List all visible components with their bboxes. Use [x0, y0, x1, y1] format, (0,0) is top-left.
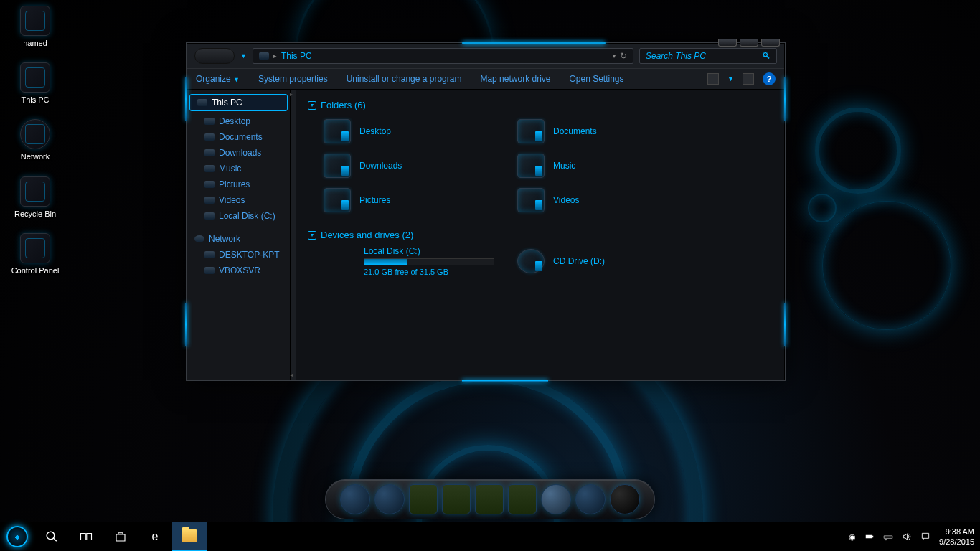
- computer-icon: [204, 267, 215, 274]
- nav-back-forward[interactable]: [194, 48, 235, 64]
- drive-local-disk-c[interactable]: Local Disk (C:) 21.0 GB free of 31.5 GB: [321, 246, 500, 276]
- folder-icon: [517, 119, 545, 143]
- dock-planet-icon[interactable]: [340, 484, 370, 514]
- dock-app-icon[interactable]: [374, 484, 405, 514]
- control-panel-icon: [20, 233, 50, 263]
- drive-free-space: 21.0 GB free of 31.5 GB: [364, 268, 494, 276]
- folder-music[interactable]: Music: [514, 151, 694, 181]
- desktop-icon-user-folder[interactable]: hamed: [9, 6, 62, 48]
- network-icon: [20, 119, 50, 149]
- nav-local-disk[interactable]: Local Disk (C:): [187, 208, 290, 224]
- desktop-icon-recycle-bin[interactable]: Recycle Bin: [9, 176, 62, 219]
- nav-documents[interactable]: Documents: [187, 129, 290, 145]
- folder-videos[interactable]: Videos: [514, 185, 694, 215]
- help-icon[interactable]: ?: [763, 72, 776, 85]
- computer-icon: [259, 52, 269, 60]
- dock-weather-widget[interactable]: [409, 484, 438, 514]
- close-button[interactable]: [761, 39, 780, 47]
- dock-clock-widget[interactable]: [541, 484, 571, 514]
- desktop-icon-network[interactable]: Network: [9, 119, 62, 161]
- minimize-button[interactable]: [718, 39, 737, 47]
- dock-gpu-widget[interactable]: [508, 484, 537, 514]
- computer-icon: [204, 251, 215, 258]
- item-label: Desktop: [359, 126, 391, 136]
- task-view-button[interactable]: [69, 522, 103, 551]
- search-box[interactable]: Search This PC 🔍︎: [639, 48, 777, 64]
- icon-label: Network: [21, 152, 50, 161]
- drive-cd-d[interactable]: CD Drive (D:): [514, 246, 694, 276]
- file-explorer-task[interactable]: [172, 522, 207, 551]
- history-dropdown-icon[interactable]: ▼: [240, 52, 247, 60]
- edge-icon: e: [152, 530, 159, 543]
- desktop-icon-control-panel[interactable]: Control Panel: [9, 233, 62, 276]
- dock-alien-dark-icon[interactable]: [610, 484, 640, 514]
- start-button[interactable]: [0, 522, 34, 551]
- icon-label: hamed: [23, 39, 47, 48]
- folder-pictures[interactable]: Pictures: [321, 185, 500, 215]
- nav-network-computer[interactable]: DESKTOP-KPT: [187, 247, 290, 263]
- folder-desktop[interactable]: Desktop: [321, 116, 500, 146]
- folder-icon: [204, 133, 215, 141]
- taskbar-clock[interactable]: 9:38 AM 9/28/2015: [939, 527, 974, 547]
- search-icon[interactable]: 🔍︎: [762, 51, 771, 61]
- drives-group-header[interactable]: Devices and drives (2): [308, 227, 773, 246]
- search-button[interactable]: [34, 522, 69, 551]
- nav-pictures[interactable]: Pictures: [187, 176, 290, 192]
- folder-downloads[interactable]: Downloads: [321, 151, 500, 181]
- nav-desktop[interactable]: Desktop: [187, 113, 290, 129]
- action-center-icon[interactable]: [920, 532, 930, 542]
- computer-icon: [20, 62, 50, 93]
- folders-group-header[interactable]: Folders (6): [308, 97, 773, 116]
- volume-icon[interactable]: [902, 532, 912, 542]
- folder-icon: [204, 118, 215, 125]
- nav-network-computer[interactable]: VBOXSVR: [187, 263, 290, 278]
- command-bar: Organize ▼ System properties Uninstall o…: [187, 68, 784, 90]
- view-options-icon[interactable]: [707, 73, 719, 85]
- edge-button[interactable]: e: [138, 522, 172, 551]
- address-text: This PC: [281, 51, 312, 61]
- pane-splitter[interactable]: [291, 90, 296, 380]
- search-icon: [45, 530, 58, 543]
- folder-icon: [324, 154, 351, 178]
- chevron-down-icon: ▼: [233, 76, 240, 83]
- titlebar[interactable]: ▼ ▸ This PC ▾ ↻ Search This PC 🔍︎: [187, 44, 784, 68]
- folder-documents[interactable]: Documents: [514, 116, 694, 146]
- folder-icon: [517, 188, 545, 212]
- store-button[interactable]: [103, 522, 138, 551]
- refresh-icon[interactable]: ↻: [620, 51, 627, 61]
- taskbar: e ◉ 9:38 AM 9/28/2015: [0, 522, 980, 551]
- network-icon: [194, 235, 204, 242]
- clock-time: 9:38 AM: [939, 527, 974, 537]
- chevron-down-icon[interactable]: ▾: [613, 53, 616, 60]
- dock-cpu-widget[interactable]: [442, 484, 471, 514]
- nav-network[interactable]: Network: [187, 231, 290, 247]
- nav-music[interactable]: Music: [187, 161, 290, 176]
- icon-label: This PC: [21, 95, 49, 105]
- dock-ram-widget[interactable]: [475, 484, 504, 514]
- drive-icon: [204, 212, 215, 220]
- network-icon[interactable]: [883, 532, 893, 542]
- chevron-down-icon[interactable]: ▼: [727, 75, 734, 83]
- preview-pane-icon[interactable]: [743, 73, 754, 85]
- icon-label: Recycle Bin: [14, 209, 56, 219]
- uninstall-program-button[interactable]: Uninstall or change a program: [347, 74, 462, 84]
- nav-downloads[interactable]: Downloads: [187, 145, 290, 161]
- dock-alien-blue-icon[interactable]: [575, 484, 606, 514]
- drive-name: Local Disk (C:): [364, 246, 494, 256]
- tray-sync-icon[interactable]: ◉: [849, 532, 856, 542]
- navigation-pane: This PC Desktop Documents Downloads Musi…: [187, 90, 291, 380]
- item-label: Documents: [553, 126, 597, 136]
- address-bar[interactable]: ▸ This PC ▾ ↻: [253, 48, 633, 64]
- nav-this-pc[interactable]: This PC: [189, 94, 288, 111]
- system-properties-button[interactable]: System properties: [258, 74, 328, 84]
- folder-icon: [204, 181, 215, 188]
- battery-icon[interactable]: [864, 532, 875, 542]
- nav-videos[interactable]: Videos: [187, 192, 290, 208]
- maximize-button[interactable]: [740, 39, 758, 47]
- map-network-drive-button[interactable]: Map network drive: [480, 74, 550, 84]
- folder-icon: [20, 6, 50, 36]
- desktop-icon-this-pc[interactable]: This PC: [9, 62, 62, 105]
- organize-menu[interactable]: Organize ▼: [196, 74, 240, 84]
- hard-drive-icon: [321, 249, 355, 273]
- open-settings-button[interactable]: Open Settings: [569, 74, 623, 84]
